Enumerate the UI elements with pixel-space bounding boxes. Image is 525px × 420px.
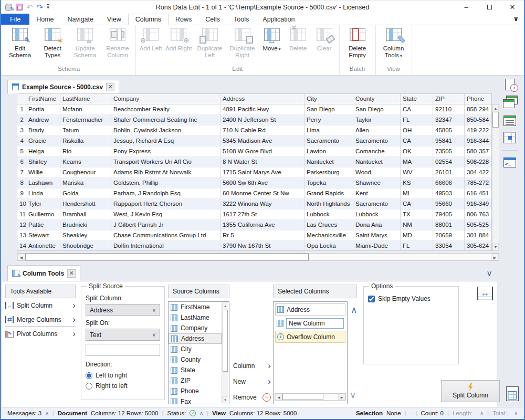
column-button[interactable]: Column› — [233, 359, 271, 373]
column-header[interactable]: Phone — [465, 94, 492, 104]
table-cell[interactable]: Dolfin International — [111, 241, 220, 251]
table-cell[interactable]: 916-349 — [465, 199, 492, 209]
table-cell[interactable]: 3222 Winona Way — [220, 199, 304, 209]
scroll-left-icon[interactable]: ◀ — [17, 254, 25, 260]
table-cell[interactable]: 20659 — [433, 230, 465, 241]
table-cell[interactable]: CA — [401, 199, 433, 209]
table-cell[interactable]: 710 N Cable Rd — [220, 125, 304, 136]
table-cell[interactable]: 858-294 — [465, 104, 492, 115]
messages-status[interactable]: Messages: 3 — [7, 410, 41, 416]
table-cell[interactable]: 95841 — [433, 136, 465, 146]
column-header[interactable]: ZIP — [433, 94, 465, 104]
table-cell[interactable]: West, J Kevin Esq — [111, 209, 220, 220]
scroll-down-icon[interactable]: ▼ — [492, 243, 499, 250]
move-up-icon[interactable]: ∧ — [351, 304, 357, 316]
chevron-up-icon[interactable]: ∧ — [480, 411, 484, 416]
table-cell[interactable]: Shawnee — [353, 178, 401, 188]
redo-icon[interactable]: ↷ — [37, 3, 44, 11]
scroll-left-icon[interactable]: ◀ — [275, 394, 282, 400]
table-cell[interactable]: Sacramento — [353, 199, 401, 209]
table-cell[interactable]: CA — [401, 104, 433, 115]
table-cell[interactable]: Coughenour — [60, 167, 111, 178]
direction-radio[interactable] — [86, 372, 92, 379]
skip-empty-checkbox[interactable] — [368, 296, 375, 302]
split-column-button[interactable]: Split Column — [441, 380, 500, 402]
table-cell[interactable]: Gracie — [26, 136, 60, 146]
table-cell[interactable]: Sheakley — [60, 230, 111, 241]
table-cell[interactable]: 49503 — [433, 188, 465, 199]
table-cell[interactable]: 5108 W Gore Blvd — [220, 146, 304, 157]
tab-view[interactable]: View — [100, 14, 128, 25]
table-cell[interactable]: 5600 Sw 6th Ave — [220, 178, 304, 188]
new-column-input[interactable] — [286, 318, 344, 329]
table-cell[interactable]: 45805 — [433, 125, 465, 136]
table-cell[interactable]: Lashawn — [26, 178, 60, 188]
table-cell[interactable]: Jessup, Richard A Esq — [111, 136, 220, 146]
table-cell[interactable]: MA — [401, 157, 433, 167]
row-number[interactable]: 6 — [17, 157, 26, 167]
table-cell[interactable]: 8 N Water St — [220, 157, 304, 167]
table-cell[interactable]: 305-624 — [465, 241, 492, 251]
table-cell[interactable]: Shafer Commercial Seating Inc — [111, 115, 220, 125]
table-cell[interactable]: 580-357 — [465, 146, 492, 157]
row-number[interactable]: 11 — [17, 209, 26, 220]
column-header[interactable]: LastName — [60, 94, 111, 104]
table-cell[interactable]: Saint Marys — [353, 230, 401, 241]
table-cell[interactable]: Rio — [60, 146, 111, 157]
table-cell[interactable]: Andrew — [26, 115, 60, 125]
tab-navigate[interactable]: Navigate — [61, 14, 100, 25]
direction-option[interactable]: Left to right — [86, 370, 160, 381]
table-cell[interactable]: OH — [401, 125, 433, 136]
tab-rows[interactable]: Rows — [169, 14, 198, 25]
row-number[interactable]: 14 — [17, 241, 26, 251]
table-cell[interactable]: Nantucket — [304, 157, 353, 167]
scroll-right-icon[interactable]: ▶ — [338, 394, 345, 400]
table-cell[interactable]: MD — [401, 230, 433, 241]
table-cell[interactable]: Mariska — [60, 178, 111, 188]
table-cell[interactable]: Stewart — [26, 230, 60, 241]
page-grid-icon[interactable] — [506, 386, 519, 401]
table-cell[interactable]: Mcfann — [60, 104, 111, 115]
row-number[interactable]: 13 — [17, 230, 26, 241]
scroll-up-icon[interactable]: ▲ — [222, 302, 228, 309]
table-cell[interactable]: Bohlin, Cywinski Jackson — [111, 125, 220, 136]
skip-empty-option[interactable]: Skip Empty Values — [368, 295, 454, 302]
column-header[interactable]: State — [401, 94, 433, 104]
table-cell[interactable]: Hendershott — [60, 199, 111, 209]
table-cell[interactable]: Golda — [60, 188, 111, 199]
grid-horizontal-scrollbar[interactable]: ◀ ▶ — [17, 253, 499, 261]
source-column-item[interactable]: Fax — [169, 396, 222, 404]
table-cell[interactable]: Nantucket — [353, 157, 401, 167]
table-cell[interactable]: 1355 California Ave — [220, 220, 304, 230]
table-cell[interactable]: Topeka — [304, 178, 353, 188]
source-column-item[interactable]: Address — [169, 333, 222, 344]
table-cell[interactable]: 26101 — [433, 167, 465, 178]
table-cell[interactable]: Beachcomber Realty — [111, 104, 220, 115]
table-cell[interactable]: Taylor — [353, 115, 401, 125]
table-cell[interactable]: Rr 5 — [220, 230, 304, 241]
table-cell[interactable]: 2400 N Jefferson St — [220, 115, 304, 125]
delete-empty-button[interactable]: Delete Empty — [341, 25, 374, 59]
table-cell[interactable]: 508-228 — [465, 157, 492, 167]
undo-icon[interactable]: ↶ — [26, 3, 33, 11]
row-number[interactable]: 4 — [17, 136, 26, 146]
tool-item-pivot-columns[interactable]: ↷Pivot Columns› — [5, 327, 76, 341]
chevron-up-icon[interactable]: ∧ — [45, 411, 49, 416]
table-cell[interactable]: San Diego — [353, 104, 401, 115]
row-number[interactable]: 10 — [17, 199, 26, 209]
vscroll-thumb[interactable] — [492, 112, 499, 128]
direction-option[interactable]: Right to left — [86, 381, 160, 391]
source-column-item[interactable]: LastName — [169, 312, 222, 323]
scroll-down-icon[interactable]: ▼ — [222, 396, 228, 403]
table-cell[interactable]: Perry — [304, 115, 353, 125]
source-scroll-thumb[interactable] — [223, 310, 228, 372]
row-number[interactable]: 12 — [17, 220, 26, 230]
table-cell[interactable]: 95660 — [433, 199, 465, 209]
table-cell[interactable]: Pony Express — [111, 146, 220, 157]
table-cell[interactable]: Adams Rib Rstrnt At Norwalk — [111, 167, 220, 178]
remove-button[interactable]: Remove− — [233, 391, 271, 404]
file-info-icon[interactable] — [505, 79, 514, 90]
column-header[interactable]: County — [353, 94, 401, 104]
source-column-item[interactable]: County — [169, 354, 222, 365]
table-cell[interactable]: Portia — [26, 104, 60, 115]
